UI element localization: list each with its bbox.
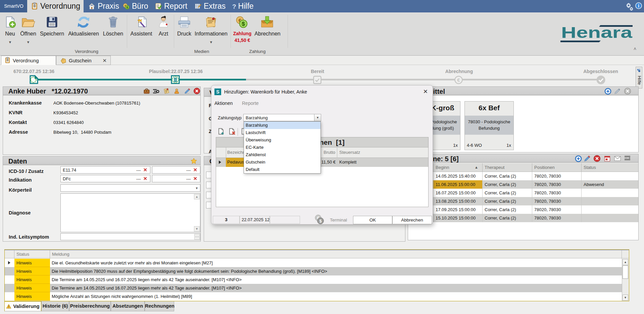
svg-text:€: € (457, 77, 460, 83)
svg-text:$: $ (126, 6, 128, 9)
svg-text:$: $ (319, 218, 322, 224)
svg-text:i: i (638, 3, 639, 8)
svg-text:$: $ (242, 21, 245, 27)
